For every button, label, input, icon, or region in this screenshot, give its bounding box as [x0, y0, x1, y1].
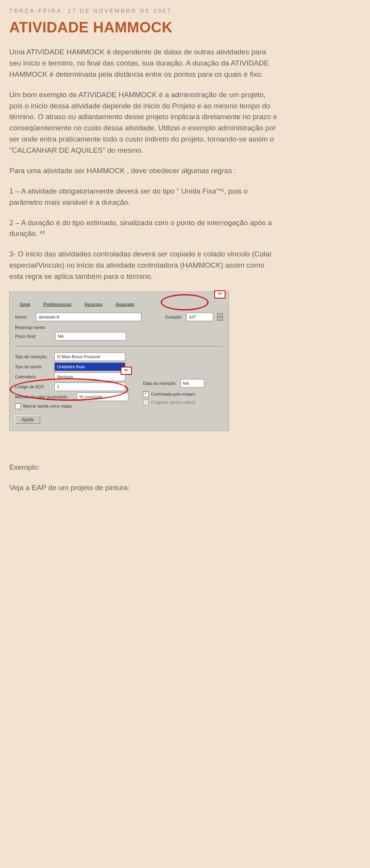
dialog-right-column: Data da restrição: NA ✓ Controlada pelo … [143, 375, 220, 408]
tipo-tarefa-field[interactable]: Unidades fixas [54, 362, 125, 371]
tipo-restricao-label: Tipo de restrição: [15, 354, 51, 359]
dialog-tabs: Geral Predecessoras Recursos Avançado [15, 300, 223, 310]
marcar-etapa-label: Marcar tarefa como etapa [23, 404, 72, 408]
tab-avancado[interactable]: Avançado [116, 302, 135, 307]
duracao-field[interactable]: 1d? [186, 313, 213, 321]
agend-ignora-label: O agend. ignora calend [151, 400, 195, 405]
annotation-note-1: *¹ [121, 367, 132, 375]
paragraph-5: 2 – A duração é do tipo estimado, sinali… [9, 217, 279, 240]
tab-geral[interactable]: Geral [20, 302, 30, 307]
tipo-restricao-field[interactable]: O Mais Breve Possível [54, 352, 125, 361]
eap-line: Veja a EAP de um projeto de pintura: [9, 482, 279, 494]
controlada-label: Controlada pelo empen [151, 392, 195, 396]
data-restricao-field[interactable]: NA [180, 379, 204, 388]
restringir-label: Restringir tarefa [15, 325, 223, 330]
duracao-stepper[interactable] [217, 313, 223, 321]
annotation-note-2: *² [214, 290, 225, 298]
calendario-label: Calendário: [15, 374, 51, 379]
task-dialog-figure: *² Geral Predecessoras Recursos Avançado… [9, 292, 279, 431]
paragraph-6: 3- O inicio das atividades controladas d… [9, 249, 279, 282]
paragraph-3: Para uma atividade ser HAMMOCK , deve ob… [9, 165, 279, 177]
prazo-final-field[interactable]: NA [55, 332, 126, 340]
paragraph-2: Um bom exemplo de ATIVIDADE HAMMOCK é a … [9, 89, 279, 156]
nome-field[interactable]: atividade A [36, 313, 141, 321]
controlada-checkbox[interactable]: ✓ [143, 391, 149, 397]
calendario-field[interactable]: Nenhum [54, 372, 125, 381]
mva-label: Método do valor acumulado: [15, 394, 73, 399]
tipo-tarefa-label: Tipo de tarefa: [15, 364, 51, 369]
prazo-final-label: Prazo final: [15, 334, 51, 339]
data-restricao-label: Data da restrição: [143, 381, 177, 386]
task-dialog: *² Geral Predecessoras Recursos Avançado… [9, 292, 229, 431]
tab-predecessoras[interactable]: Predecessoras [43, 302, 71, 307]
edt-label: Código de EDT: [15, 384, 51, 389]
marcar-etapa-checkbox[interactable] [15, 403, 21, 409]
paragraph-4: 1 – A atividade obrigatoriamente deverá … [9, 186, 279, 208]
post-title[interactable]: ATIVIDADE HAMMOCK [9, 19, 279, 36]
paragraph-1: Uma ATIVIDADE HAMMOCK é dependente de da… [9, 47, 279, 80]
divider [15, 346, 223, 348]
exemplo-label: Exemplo: [9, 462, 279, 473]
ajuda-button[interactable]: Ajuda [15, 415, 40, 424]
edt-field[interactable]: 1 [54, 383, 125, 391]
duracao-label: Duração: [165, 315, 182, 319]
post-date: TERÇA-FEIRA, 27 DE NOVEMBRO DE 2007 [9, 8, 279, 14]
mva-field[interactable]: % concluída [77, 393, 128, 401]
tab-recursos[interactable]: Recursos [84, 302, 102, 307]
agend-ignora-checkbox [143, 399, 149, 405]
nome-label: Nome: [15, 315, 32, 319]
